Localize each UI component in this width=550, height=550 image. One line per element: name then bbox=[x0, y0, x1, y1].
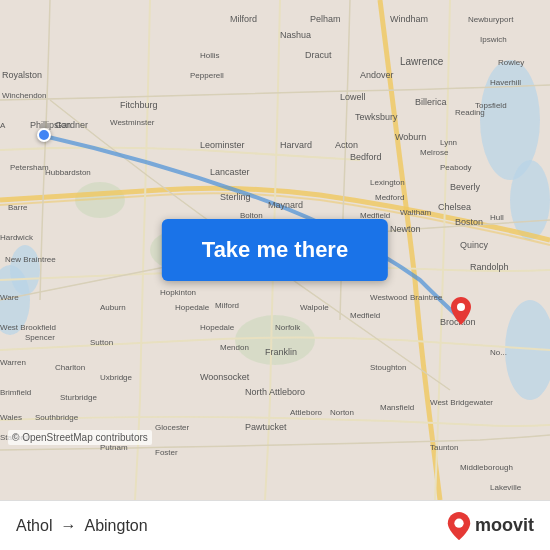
svg-text:Leominster: Leominster bbox=[200, 140, 245, 150]
svg-text:Norton: Norton bbox=[330, 408, 354, 417]
svg-text:Mansfield: Mansfield bbox=[380, 403, 414, 412]
svg-text:Woonsocket: Woonsocket bbox=[200, 372, 250, 382]
destination-marker bbox=[451, 297, 471, 325]
svg-text:Hull: Hull bbox=[490, 213, 504, 222]
svg-text:Lancaster: Lancaster bbox=[210, 167, 250, 177]
svg-text:Hopedale: Hopedale bbox=[200, 323, 235, 332]
svg-text:Acton: Acton bbox=[335, 140, 358, 150]
svg-text:Maynard: Maynard bbox=[268, 200, 303, 210]
svg-text:Norfolk: Norfolk bbox=[275, 323, 301, 332]
svg-text:Windham: Windham bbox=[390, 14, 428, 24]
svg-text:Lynn: Lynn bbox=[440, 138, 457, 147]
svg-text:Auburn: Auburn bbox=[100, 303, 126, 312]
svg-text:Randolph: Randolph bbox=[470, 262, 509, 272]
svg-text:Lexington: Lexington bbox=[370, 178, 405, 187]
moovit-brand-text: moovit bbox=[475, 515, 534, 536]
svg-text:Ipswich: Ipswich bbox=[480, 35, 507, 44]
svg-text:North Attleboro: North Attleboro bbox=[245, 387, 305, 397]
svg-text:Andover: Andover bbox=[360, 70, 394, 80]
moovit-pin-icon bbox=[447, 512, 471, 540]
svg-text:Petersham: Petersham bbox=[10, 163, 49, 172]
svg-text:Ware: Ware bbox=[0, 293, 19, 302]
svg-text:Beverly: Beverly bbox=[450, 182, 481, 192]
svg-text:Tewksbury: Tewksbury bbox=[355, 112, 398, 122]
svg-point-2 bbox=[510, 160, 550, 240]
svg-text:West Brookfield: West Brookfield bbox=[0, 323, 56, 332]
svg-text:Bedford: Bedford bbox=[350, 152, 382, 162]
svg-text:Lowell: Lowell bbox=[340, 92, 366, 102]
svg-text:Pepperell: Pepperell bbox=[190, 71, 224, 80]
svg-text:Charlton: Charlton bbox=[55, 363, 85, 372]
svg-text:Pelham: Pelham bbox=[310, 14, 341, 24]
route-arrow-icon: → bbox=[60, 517, 76, 535]
svg-text:No...: No... bbox=[490, 348, 507, 357]
svg-text:Haverhill: Haverhill bbox=[490, 78, 521, 87]
svg-text:Gardner: Gardner bbox=[55, 120, 88, 130]
origin-city: Athol bbox=[16, 517, 52, 535]
svg-text:Warren: Warren bbox=[0, 358, 26, 367]
svg-text:Sterling: Sterling bbox=[220, 192, 251, 202]
svg-text:Sutton: Sutton bbox=[90, 338, 113, 347]
svg-text:Hubbardston: Hubbardston bbox=[45, 168, 91, 177]
map-container: Lawrence Phillipston Fitchburg Westminst… bbox=[0, 0, 550, 500]
svg-text:Brimfield: Brimfield bbox=[0, 388, 31, 397]
svg-point-5 bbox=[10, 245, 40, 295]
svg-text:Quincy: Quincy bbox=[460, 240, 489, 250]
svg-text:Newton: Newton bbox=[390, 224, 421, 234]
svg-text:Medfield: Medfield bbox=[350, 311, 380, 320]
svg-text:Milford: Milford bbox=[230, 14, 257, 24]
svg-text:Stoughton: Stoughton bbox=[370, 363, 406, 372]
svg-point-108 bbox=[457, 303, 465, 311]
svg-text:Wales: Wales bbox=[0, 413, 22, 422]
moovit-logo: moovit bbox=[447, 512, 534, 540]
svg-text:Uxbridge: Uxbridge bbox=[100, 373, 133, 382]
svg-text:Fitchburg: Fitchburg bbox=[120, 100, 158, 110]
svg-text:Westminster: Westminster bbox=[110, 118, 155, 127]
svg-text:Boston: Boston bbox=[455, 217, 483, 227]
svg-text:Middleborough: Middleborough bbox=[460, 463, 513, 472]
footer-bar: Athol → Abington moovit bbox=[0, 500, 550, 550]
svg-text:Glocester: Glocester bbox=[155, 423, 190, 432]
svg-point-109 bbox=[454, 518, 463, 527]
svg-text:Winchendon: Winchendon bbox=[2, 91, 46, 100]
svg-text:Westwood: Westwood bbox=[370, 293, 407, 302]
svg-text:Chelsea: Chelsea bbox=[438, 202, 471, 212]
svg-text:Lawrence: Lawrence bbox=[400, 56, 444, 67]
svg-text:A: A bbox=[0, 121, 6, 130]
svg-text:Royalston: Royalston bbox=[2, 70, 42, 80]
svg-text:New Braintree: New Braintree bbox=[5, 255, 56, 264]
svg-text:Medford: Medford bbox=[375, 193, 404, 202]
svg-text:Hopedale: Hopedale bbox=[175, 303, 210, 312]
svg-text:Waltham: Waltham bbox=[400, 208, 432, 217]
svg-text:Taunton: Taunton bbox=[430, 443, 458, 452]
svg-text:Woburn: Woburn bbox=[395, 132, 426, 142]
svg-text:Hollis: Hollis bbox=[200, 51, 220, 60]
svg-text:Newburyport: Newburyport bbox=[468, 15, 514, 24]
destination-city: Abington bbox=[84, 517, 147, 535]
osm-attribution: © OpenStreetMap contributors bbox=[8, 430, 152, 445]
svg-text:Spencer: Spencer bbox=[25, 333, 55, 342]
svg-text:Mendon: Mendon bbox=[220, 343, 249, 352]
svg-text:Barre: Barre bbox=[8, 203, 28, 212]
svg-text:Hardwick: Hardwick bbox=[0, 233, 34, 242]
svg-text:Franklin: Franklin bbox=[265, 347, 297, 357]
svg-text:Foster: Foster bbox=[155, 448, 178, 457]
take-me-there-button[interactable]: Take me there bbox=[162, 219, 388, 281]
svg-text:Dracut: Dracut bbox=[305, 50, 332, 60]
svg-text:Rowley: Rowley bbox=[498, 58, 524, 67]
svg-text:Harvard: Harvard bbox=[280, 140, 312, 150]
route-info: Athol → Abington bbox=[16, 517, 447, 535]
svg-text:Walpole: Walpole bbox=[300, 303, 329, 312]
svg-text:Topsfield: Topsfield bbox=[475, 101, 507, 110]
svg-text:Attleboro: Attleboro bbox=[290, 408, 323, 417]
svg-text:Southbridge: Southbridge bbox=[35, 413, 79, 422]
svg-text:Sturbridge: Sturbridge bbox=[60, 393, 97, 402]
svg-text:West Bridgewater: West Bridgewater bbox=[430, 398, 493, 407]
svg-text:Hopkinton: Hopkinton bbox=[160, 288, 196, 297]
svg-text:Billerica: Billerica bbox=[415, 97, 447, 107]
svg-text:Braintree: Braintree bbox=[410, 293, 443, 302]
svg-text:Milford: Milford bbox=[215, 301, 239, 310]
svg-text:Peabody: Peabody bbox=[440, 163, 472, 172]
svg-text:Pawtucket: Pawtucket bbox=[245, 422, 287, 432]
svg-text:Melrose: Melrose bbox=[420, 148, 449, 157]
